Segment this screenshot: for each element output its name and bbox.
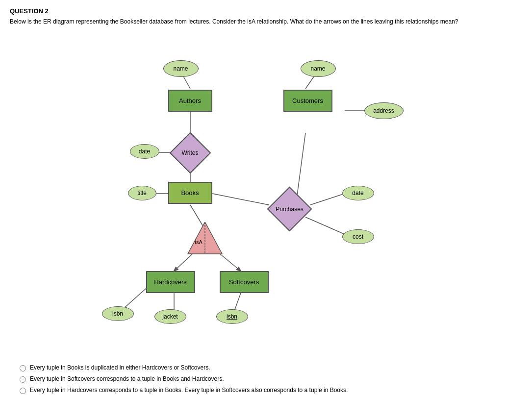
date-writes-ellipse: date xyxy=(130,144,159,159)
option-row-2: Every tuple in Softcovers corresponds to… xyxy=(20,375,512,383)
option-text-1: Every tuple in Books is duplicated in ei… xyxy=(30,364,210,371)
isbn-left-ellipse: isbn xyxy=(102,306,134,321)
authors-entity: Authors xyxy=(168,90,212,112)
customers-entity: Customers xyxy=(283,90,332,112)
option-radio-3[interactable] xyxy=(20,388,26,394)
purchases-diamond: Purchases xyxy=(265,192,314,227)
question-description: Below is the ER diagram representing the… xyxy=(10,18,522,26)
option-radio-2[interactable] xyxy=(20,376,26,383)
page: QUESTION 2 Below is the ER diagram repre… xyxy=(0,0,532,395)
title-ellipse: title xyxy=(128,186,156,200)
svg-line-5 xyxy=(212,194,269,205)
option-row-3: Every tuple in Hardcovers corresponds to… xyxy=(20,387,512,394)
option-radio-1[interactable] xyxy=(20,365,26,371)
svg-line-8 xyxy=(297,133,305,195)
address-ellipse: address xyxy=(364,102,404,119)
date-purchases-ellipse: date xyxy=(342,186,374,200)
isa-triangle: isA xyxy=(185,222,225,256)
option-row-1: Every tuple in Books is duplicated in ei… xyxy=(20,364,512,371)
books-entity: Books xyxy=(168,182,212,204)
jacket-ellipse: jacket xyxy=(154,309,186,324)
isa-label: isA xyxy=(195,239,203,245)
cost-ellipse: cost xyxy=(342,229,374,244)
authors-name-ellipse: name xyxy=(163,60,199,77)
isbn-right-ellipse: isbn xyxy=(216,309,248,324)
option-text-3: Every tuple in Hardcovers corresponds to… xyxy=(30,387,348,394)
customers-name-ellipse: name xyxy=(301,60,336,77)
softcovers-entity: Softcovers xyxy=(220,271,269,293)
svg-line-9 xyxy=(310,194,345,205)
hardcovers-entity: Hardcovers xyxy=(146,271,195,293)
writes-diamond: Writes xyxy=(167,135,213,171)
er-diagram: name name Authors Customers address date… xyxy=(95,31,438,354)
option-text-2: Every tuple in Softcovers corresponds to… xyxy=(30,375,224,382)
answer-options: Every tuple in Books is duplicated in ei… xyxy=(10,359,522,395)
question-number: QUESTION 2 xyxy=(10,7,522,15)
